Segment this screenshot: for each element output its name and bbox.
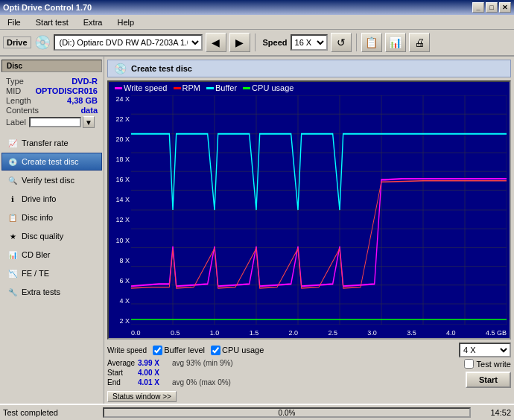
clipboard-button[interactable]: 📋 — [361, 33, 382, 52]
toolbar: Drive 💿 (Di:) Optiarc DVD RW AD-7203A 1.… — [0, 30, 514, 57]
start-button[interactable]: Start — [466, 372, 511, 388]
disc-contents-value: data — [80, 106, 98, 115]
test-write-checkbox[interactable] — [464, 359, 474, 369]
stat-average-row: Average 3.99 X avg 93% (min 9%) — [107, 359, 233, 367]
x-label-3: 3.0 — [367, 329, 377, 337]
bottom-row1: Write speed Buffer level CPU usage 1 X 2… — [107, 343, 511, 357]
close-button[interactable]: ✕ — [499, 2, 511, 13]
menu-help[interactable]: Help — [112, 16, 139, 28]
speed-label: Speed — [263, 38, 288, 47]
nav-disc-info-label: Disc info — [22, 213, 53, 222]
drive-prev-button[interactable]: ◀ — [206, 33, 226, 52]
disc-label-input[interactable] — [29, 117, 81, 127]
x-label-2.5: 2.5 — [328, 329, 337, 337]
verify-test-disc-icon: 🔍 — [7, 174, 19, 186]
nav-transfer-rate-label: Transfer rate — [22, 139, 69, 147]
buffer-level-checkbox[interactable] — [153, 346, 162, 355]
menu-start-test[interactable]: Start test — [31, 16, 73, 28]
stat-average-label: Average — [107, 359, 133, 367]
disc-info-icon: 📋 — [7, 211, 19, 223]
nav-fe-te[interactable]: 📉 FE / TE — [1, 264, 102, 282]
x-label-3.5: 3.5 — [407, 329, 416, 337]
stats-col: Average 3.99 X avg 93% (min 9%) Start 4.… — [107, 359, 233, 386]
drive-select[interactable]: (Di:) Optiarc DVD RW AD-7203A 1.09 — [54, 34, 203, 51]
status-window-button[interactable]: Status window >> — [107, 391, 177, 402]
x-label-1: 1.0 — [210, 329, 220, 337]
legend-write-speed: Write speed — [115, 83, 168, 92]
legend-cpu-label: CPU usage — [252, 83, 294, 92]
y-axis: 24 X 22 X 20 X 18 X 16 X 14 X 12 X 10 X … — [109, 95, 131, 325]
minimize-button[interactable]: _ — [472, 2, 484, 13]
drive-next-button[interactable]: ▶ — [229, 33, 250, 52]
nav-extra-tests-label: Extra tests — [22, 287, 60, 296]
fe-te-icon: 📉 — [7, 267, 19, 279]
buffer-level-label: Buffer level — [164, 346, 205, 354]
nav-drive-info[interactable]: ℹ Drive info — [1, 190, 102, 208]
nav-cd-bler-label: CD Bler — [22, 250, 51, 259]
nav-create-test-disc[interactable]: 💿 Create test disc — [1, 153, 102, 171]
print-button[interactable]: 🖨 — [409, 33, 430, 52]
cd-bler-icon: 📊 — [7, 249, 19, 261]
y-label-22: 22 X — [110, 115, 130, 123]
maximize-button[interactable]: □ — [486, 2, 498, 13]
x-label-2: 2.0 — [289, 329, 299, 337]
stat-start-label: Start — [107, 369, 133, 377]
disc-length-value: 4,38 GB — [67, 96, 98, 105]
nav-disc-quality[interactable]: ★ Disc quality — [1, 227, 102, 245]
legend-write-speed-dot — [115, 87, 122, 89]
cpu-usage-checkbox[interactable] — [211, 346, 220, 355]
status-progress-container: 0.0% — [103, 407, 471, 418]
menu-extra[interactable]: Extra — [79, 16, 107, 28]
disc-length-label: Length — [6, 96, 31, 105]
burn-speed-select[interactable]: 1 X 2 X 4 X 8 X 16 X — [459, 343, 511, 357]
menu-file[interactable]: File — [3, 16, 25, 28]
chart-svg — [131, 95, 507, 325]
disc-type-label: Type — [6, 77, 24, 86]
status-time: 14:52 — [474, 408, 511, 417]
disc-label-button[interactable]: ▼ — [83, 116, 95, 128]
y-label-18: 18 X — [110, 156, 130, 163]
legend-cpu: CPU usage — [243, 83, 294, 92]
titlebar-buttons: _ □ ✕ — [472, 2, 511, 13]
nav-verify-test-disc[interactable]: 🔍 Verify test disc — [1, 171, 102, 189]
disc-section-label: Disc — [1, 60, 102, 72]
x-label-0: 0.0 — [131, 329, 141, 337]
drive-info-icon: ℹ — [7, 193, 19, 205]
content-header: 💿 Create test disc — [107, 60, 511, 77]
nav-create-test-disc-label: Create test disc — [22, 157, 78, 166]
disc-mid-label: MID — [6, 86, 21, 95]
test-write-row: Test write — [464, 359, 511, 369]
graph-button[interactable]: 📊 — [385, 33, 406, 52]
create-test-disc-icon: 💿 — [7, 156, 19, 168]
chart-legend: Write speed RPM Buffer CPU usage — [115, 83, 294, 92]
x-label-0.5: 0.5 — [171, 329, 180, 337]
refresh-button[interactable]: ↺ — [331, 33, 352, 52]
content-header-title: Create test disc — [131, 64, 192, 73]
y-label-14: 14 X — [110, 196, 130, 203]
legend-cpu-dot — [243, 87, 250, 89]
y-label-8: 8 X — [110, 257, 130, 264]
stat-end-label: End — [107, 378, 133, 386]
nav-extra-tests[interactable]: 🔧 Extra tests — [1, 283, 102, 301]
nav-disc-info[interactable]: 📋 Disc info — [1, 209, 102, 226]
disc-label-row: Label ▼ — [6, 116, 98, 128]
cpu-usage-group: CPU usage — [211, 346, 264, 355]
app-title: Opti Drive Control 1.70 — [3, 3, 92, 12]
disc-type-row: Type DVD-R — [6, 77, 98, 86]
buffer-level-group: Buffer level — [153, 346, 205, 355]
nav-transfer-rate[interactable]: 📈 Transfer rate — [1, 134, 102, 152]
nav-disc-quality-label: Disc quality — [22, 232, 63, 241]
nav-cd-bler[interactable]: 📊 CD Bler — [1, 246, 102, 264]
stat-average-value: 3.99 X — [138, 359, 168, 367]
legend-rpm: RPM — [174, 83, 200, 92]
speed-select[interactable]: 16 X — [291, 34, 328, 51]
y-label-4: 4 X — [110, 297, 130, 305]
stat-avg-cpu: avg 0% (max 0%) — [172, 378, 231, 386]
status-window-area: Status window >> — [104, 391, 514, 404]
legend-write-speed-label: Write speed — [124, 83, 168, 92]
disc-type-value: DVD-R — [72, 77, 98, 86]
y-label-6: 6 X — [110, 277, 130, 284]
chart-container: Write speed RPM Buffer CPU usage — [107, 80, 511, 340]
disc-mid-row: MID OPTODISCR016 — [6, 86, 98, 95]
test-write-label: Test write — [477, 360, 511, 369]
